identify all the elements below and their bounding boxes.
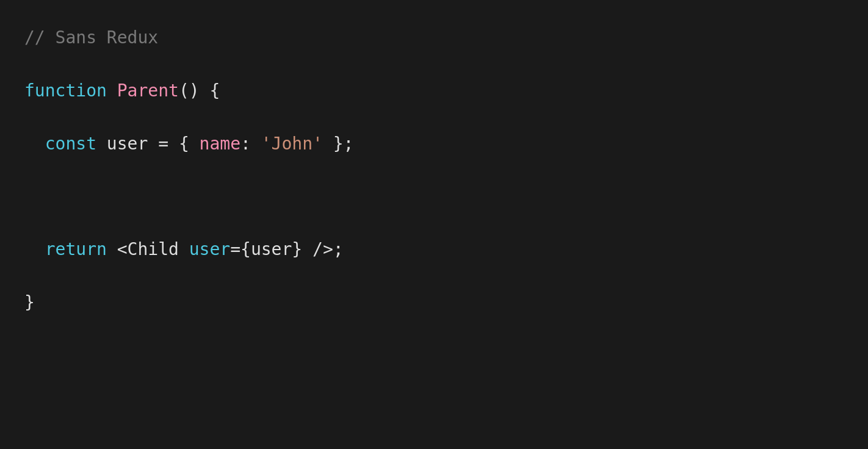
close-brace: }; xyxy=(323,134,354,154)
user-decl: user = { xyxy=(96,134,200,154)
keyword-function: function xyxy=(24,81,107,101)
colon: : xyxy=(241,134,261,154)
attr-user1: user xyxy=(189,239,230,259)
prop-name: name xyxy=(200,134,241,154)
line-comment: // Sans Redux xyxy=(24,24,844,51)
line-blank3 xyxy=(24,395,844,421)
line-const-user: const user = { name: 'John' }; xyxy=(24,131,844,157)
indent2 xyxy=(24,239,45,259)
code-editor: // Sans Redux function Parent() { const … xyxy=(0,0,868,449)
keyword-const: const xyxy=(45,134,96,154)
fn-parent-name: Parent xyxy=(117,81,179,101)
line-blank2 xyxy=(24,342,844,368)
keyword-return1: return xyxy=(45,239,107,259)
parent-params: () { xyxy=(179,81,220,101)
code-block: // Sans Redux function Parent() { const … xyxy=(24,24,844,449)
line-parent-sig: function Parent() { xyxy=(24,77,844,104)
space1 xyxy=(107,81,117,101)
brace-close1: } xyxy=(24,292,35,312)
line-return-child: return <Child user={user} />; xyxy=(24,236,844,262)
jsx-expr1: ={user} />; xyxy=(230,239,343,259)
line-blank1 xyxy=(24,183,844,209)
line-close1: } xyxy=(24,289,844,315)
string-john: 'John' xyxy=(261,134,323,154)
jsx-child: <Child xyxy=(107,239,189,259)
indent1 xyxy=(24,134,45,154)
comment-text: // Sans Redux xyxy=(24,27,158,48)
